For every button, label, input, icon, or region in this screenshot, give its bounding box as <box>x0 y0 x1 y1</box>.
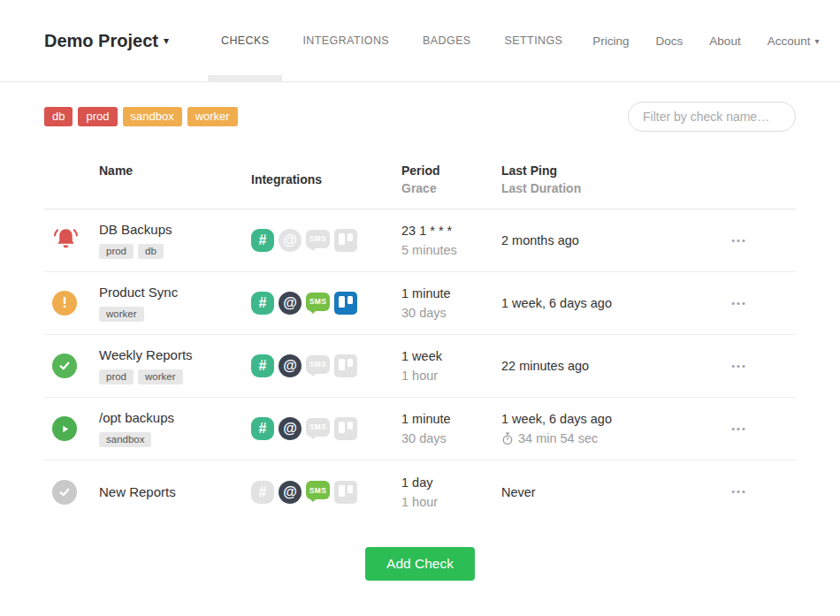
tag-filter-sandbox[interactable]: sandbox <box>123 107 182 126</box>
tag-filter-buttons: db prod sandbox worker <box>44 107 238 126</box>
tab-integrations[interactable]: INTEGRATIONS <box>286 0 406 81</box>
new-status-icon <box>52 480 77 505</box>
slack-hash-glyph: # <box>259 485 267 499</box>
check-period: 1 week <box>401 347 501 365</box>
check-name[interactable]: Product Sync <box>99 285 251 300</box>
caret-down-icon: ▾ <box>814 36 819 46</box>
row-menu-button[interactable]: ••• <box>731 236 747 246</box>
tag-filter-prod[interactable]: prod <box>78 107 117 126</box>
header-last-ping: Last Ping <box>501 162 683 179</box>
check-tags: prodworker <box>99 369 251 385</box>
add-check-area: Add Check <box>0 547 840 581</box>
email-at-glyph: @ <box>283 485 297 499</box>
alert-bell-icon <box>52 225 80 253</box>
caret-down-icon: ▾ <box>164 34 169 47</box>
check-period: 1 day <box>401 474 501 491</box>
check-tags: sandbox <box>99 432 251 448</box>
check-tag: worker <box>99 307 144 323</box>
check-last-ping: Never <box>501 483 683 501</box>
check-name[interactable]: DB Backups <box>99 222 251 238</box>
email-integration-icon[interactable]: @ <box>279 292 302 315</box>
add-check-button[interactable]: Add Check <box>365 547 475 581</box>
nav-link-pricing[interactable]: Pricing <box>579 34 642 48</box>
header-integrations: Integrations <box>251 171 322 188</box>
tab-badges[interactable]: BADGES <box>406 0 488 81</box>
tab-settings[interactable]: SETTINGS <box>488 0 580 81</box>
slack-hash-glyph: # <box>259 233 267 247</box>
check-last-ping: 22 minutes ago <box>501 357 683 375</box>
check-grace: 5 minutes <box>401 241 501 259</box>
check-tags: worker <box>99 307 251 323</box>
tag-filter-db[interactable]: db <box>44 107 73 126</box>
email-integration-icon[interactable]: @ <box>279 229 302 252</box>
header-period: Period <box>401 162 501 179</box>
row-menu-button[interactable]: ••• <box>731 361 747 371</box>
checks-table-body: DB Backups proddb # @ SMS 23 1 * * * 5 m… <box>44 209 796 523</box>
check-name-filter-input[interactable] <box>628 102 796 132</box>
check-tag: db <box>138 244 164 260</box>
sms-label: SMS <box>309 297 326 306</box>
check-row[interactable]: Weekly Reports prodworker # @ SMS 1 week… <box>44 335 796 398</box>
check-period: 1 minute <box>401 285 501 302</box>
check-last-duration: 34 min 54 sec <box>501 430 683 447</box>
account-label: Account <box>767 34 811 48</box>
slack-integration-icon[interactable]: # <box>251 354 274 377</box>
check-grace: 30 days <box>401 304 501 322</box>
check-row[interactable]: DB Backups proddb # @ SMS 23 1 * * * 5 m… <box>44 209 796 272</box>
check-period: 23 1 * * * <box>401 222 501 240</box>
account-menu[interactable]: Account ▾ <box>754 34 820 48</box>
check-row[interactable]: /opt backups sandbox # @ SMS 1 minute 30… <box>44 398 796 460</box>
check-tag: prod <box>99 244 134 260</box>
slack-integration-icon[interactable]: # <box>251 229 274 252</box>
slack-integration-icon[interactable]: # <box>251 292 274 315</box>
check-row[interactable]: New Reports # @ SMS 1 day 1 hour Never <box>44 460 796 523</box>
project-switcher[interactable]: Demo Project ▾ <box>44 0 169 81</box>
check-row[interactable]: ! Product Sync worker # @ SMS 1 minute 3… <box>44 272 796 335</box>
trello-integration-icon[interactable] <box>334 229 357 252</box>
sms-integration-icon[interactable]: SMS <box>306 481 330 499</box>
up-status-icon <box>52 354 77 378</box>
check-tag: sandbox <box>99 432 151 448</box>
sms-integration-icon[interactable]: SMS <box>306 293 330 311</box>
row-menu-button[interactable]: ••• <box>731 487 747 497</box>
nav-link-about[interactable]: About <box>696 34 753 48</box>
sms-integration-icon[interactable]: SMS <box>306 355 330 374</box>
check-period: 1 minute <box>401 410 501 428</box>
email-at-glyph: @ <box>283 296 297 310</box>
check-tag: prod <box>99 369 134 385</box>
nav-link-docs[interactable]: Docs <box>643 34 697 48</box>
check-tag: worker <box>138 369 183 385</box>
check-grace: 1 hour <box>401 493 501 511</box>
email-integration-icon[interactable]: @ <box>279 417 302 440</box>
sms-integration-icon[interactable]: SMS <box>306 230 330 248</box>
sms-label: SMS <box>309 422 326 431</box>
check-last-ping: 1 week, 6 days ago <box>501 410 683 428</box>
slack-integration-icon[interactable]: # <box>251 417 274 440</box>
check-tags: proddb <box>99 244 251 260</box>
trello-integration-icon[interactable] <box>334 354 357 377</box>
sms-label: SMS <box>309 360 326 369</box>
sms-label: SMS <box>309 486 326 495</box>
top-navigation: Demo Project ▾ CHECKS INTEGRATIONS BADGE… <box>0 0 840 82</box>
project-name: Demo Project <box>44 31 158 51</box>
email-integration-icon[interactable]: @ <box>279 354 302 377</box>
tag-filter-worker[interactable]: worker <box>187 107 238 126</box>
trello-integration-icon[interactable] <box>334 417 357 440</box>
email-at-glyph: @ <box>283 422 297 436</box>
check-last-ping: 2 months ago <box>501 232 683 249</box>
sms-label: SMS <box>309 234 326 243</box>
check-name[interactable]: /opt backups <box>99 410 251 426</box>
email-integration-icon[interactable]: @ <box>279 481 302 504</box>
check-name[interactable]: Weekly Reports <box>99 347 251 363</box>
trello-integration-icon[interactable] <box>334 481 357 504</box>
checks-table: Name Integrations Period Grace Last Ping… <box>44 162 796 523</box>
sms-integration-icon[interactable]: SMS <box>306 418 330 437</box>
row-menu-button[interactable]: ••• <box>731 299 747 308</box>
trello-integration-icon[interactable] <box>334 292 357 315</box>
slack-integration-icon[interactable]: # <box>251 481 274 504</box>
check-name[interactable]: New Reports <box>99 484 251 500</box>
row-menu-button[interactable]: ••• <box>731 424 747 434</box>
filter-bar: db prod sandbox worker <box>0 82 840 132</box>
tab-checks[interactable]: CHECKS <box>204 0 286 81</box>
header-name: Name <box>99 162 251 179</box>
